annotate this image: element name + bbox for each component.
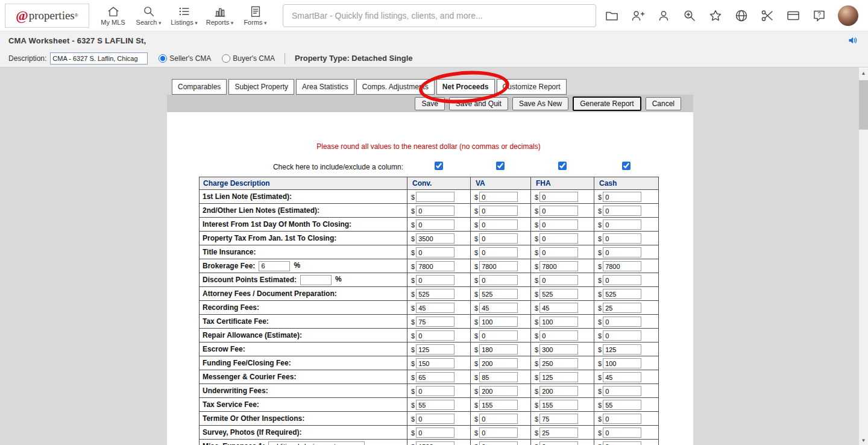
speaker-icon[interactable]	[848, 34, 860, 46]
charge-input-cash[interactable]	[603, 233, 641, 244]
nav-forms[interactable]: Forms	[237, 2, 273, 28]
tab-comparables[interactable]: Comparables	[172, 79, 227, 95]
charge-input-fha[interactable]	[539, 358, 578, 368]
charge-input-fha[interactable]	[539, 441, 578, 445]
charge-input-cash[interactable]	[603, 441, 641, 445]
generate-report-button[interactable]: Generate Report	[573, 96, 641, 111]
charge-input-va[interactable]	[479, 441, 518, 445]
charge-input-va[interactable]	[479, 358, 518, 368]
charge-input-conv[interactable]	[416, 233, 454, 244]
charge-input-va[interactable]	[479, 330, 518, 341]
nav-listings[interactable]: Listings	[166, 2, 202, 28]
charge-input-conv[interactable]	[416, 219, 454, 230]
nav-search[interactable]: Search	[131, 2, 166, 28]
charge-input-conv[interactable]	[416, 317, 454, 327]
charge-input-conv[interactable]	[416, 386, 454, 396]
star-icon[interactable]	[708, 8, 723, 23]
cancel-button[interactable]: Cancel	[646, 97, 681, 110]
charge-input-cash[interactable]	[603, 358, 641, 368]
tab-subject-property[interactable]: Subject Property	[228, 79, 294, 95]
charge-input-va[interactable]	[479, 386, 518, 396]
charge-input-cash[interactable]	[603, 275, 641, 285]
charge-input-conv[interactable]	[416, 206, 454, 216]
charge-input-fha[interactable]	[539, 275, 578, 285]
charge-input-va[interactable]	[479, 344, 518, 355]
billing-card-icon[interactable]	[786, 8, 800, 23]
charge-input-conv[interactable]	[416, 400, 454, 410]
charge-input-conv[interactable]	[416, 247, 454, 257]
charge-input-va[interactable]	[479, 317, 518, 327]
charge-input-va[interactable]	[479, 247, 518, 257]
charge-input-conv[interactable]	[416, 358, 454, 368]
charge-input-fha[interactable]	[539, 261, 578, 271]
charge-input-cash[interactable]	[603, 344, 641, 355]
charge-input-cash[interactable]	[603, 317, 641, 327]
charge-input-fha[interactable]	[539, 386, 578, 396]
charge-input-fha[interactable]	[539, 303, 578, 313]
charge-input-cash[interactable]	[603, 303, 641, 313]
charge-input-conv[interactable]	[416, 192, 454, 202]
charge-input-fha[interactable]	[539, 219, 578, 230]
search-zoom-icon[interactable]	[682, 8, 697, 23]
contact-icon[interactable]	[656, 8, 671, 23]
folder-icon[interactable]	[605, 8, 619, 23]
save-as-new-button[interactable]: Save As New	[512, 97, 568, 110]
buyers-cma-option[interactable]: Buyer's CMA	[222, 54, 275, 63]
charge-input-fha[interactable]	[539, 192, 578, 202]
help-icon[interactable]: ?	[812, 8, 826, 23]
charge-input-va[interactable]	[479, 233, 518, 244]
charge-input-fha[interactable]	[539, 330, 578, 341]
charge-input-va[interactable]	[479, 400, 518, 410]
charge-input-conv[interactable]	[416, 261, 454, 271]
charge-input-va[interactable]	[479, 275, 518, 285]
charge-input-cash[interactable]	[603, 261, 641, 271]
charge-input-va[interactable]	[479, 289, 518, 299]
charge-input-fha[interactable]	[539, 206, 578, 216]
scroll-up-arrow-icon[interactable]	[859, 68, 868, 78]
misc-expenses-1-desc-input[interactable]	[268, 441, 365, 445]
charge-input-fha[interactable]	[539, 428, 578, 438]
charge-input-conv[interactable]	[416, 428, 454, 438]
charge-input-va[interactable]	[479, 428, 518, 438]
charge-input-va[interactable]	[479, 303, 518, 313]
save-button[interactable]: Save	[415, 97, 444, 110]
charge-input-fha[interactable]	[539, 289, 578, 299]
charge-input-fha[interactable]	[539, 414, 578, 424]
smartbar-input[interactable]	[283, 4, 596, 27]
charge-input-cash[interactable]	[603, 414, 641, 424]
charge-input-cash[interactable]	[603, 400, 641, 410]
charge-input-va[interactable]	[479, 372, 518, 382]
tab-net-proceeds[interactable]: Net Proceeds	[436, 79, 495, 95]
column-checkbox-va[interactable]	[496, 162, 505, 170]
add-contact-icon[interactable]	[631, 8, 645, 23]
charge-input-va[interactable]	[479, 261, 518, 271]
save-and-quit-button[interactable]: Save and Quit	[449, 97, 508, 110]
discount-points-percent-input[interactable]	[300, 275, 332, 285]
charge-input-fha[interactable]	[539, 247, 578, 257]
buyers-cma-radio[interactable]	[222, 54, 230, 63]
scrollbar-thumb[interactable]	[859, 80, 868, 130]
brokerage-fee-percent-input[interactable]	[259, 261, 290, 271]
scissors-icon[interactable]	[760, 8, 775, 23]
charge-input-va[interactable]	[479, 219, 518, 230]
charge-input-cash[interactable]	[603, 289, 641, 299]
column-checkbox-cash[interactable]	[622, 162, 631, 170]
column-checkbox-fha[interactable]	[558, 162, 567, 170]
charge-input-conv[interactable]	[416, 275, 454, 285]
nav-reports[interactable]: Reports	[202, 2, 237, 28]
charge-input-conv[interactable]	[416, 372, 454, 382]
sellers-cma-radio[interactable]	[159, 54, 167, 63]
sellers-cma-option[interactable]: Seller's CMA	[159, 54, 211, 63]
column-checkbox-conv[interactable]	[435, 162, 443, 170]
charge-input-conv[interactable]	[416, 441, 454, 445]
charge-input-fha[interactable]	[539, 372, 578, 382]
charge-input-va[interactable]	[479, 206, 518, 216]
charge-input-cash[interactable]	[603, 206, 641, 216]
charge-input-cash[interactable]	[603, 219, 641, 230]
charge-input-conv[interactable]	[416, 289, 454, 299]
charge-input-va[interactable]	[479, 192, 518, 202]
charge-input-conv[interactable]	[416, 344, 454, 355]
charge-input-cash[interactable]	[603, 428, 641, 438]
charge-input-cash[interactable]	[603, 192, 641, 202]
charge-input-conv[interactable]	[416, 330, 454, 341]
